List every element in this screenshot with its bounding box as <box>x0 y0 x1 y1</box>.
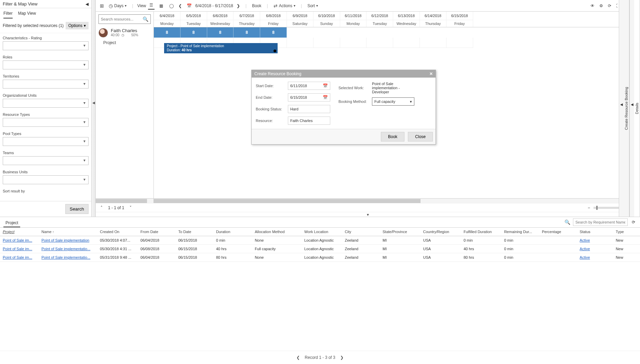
details-rail[interactable]: Details <box>634 0 640 217</box>
resource-row[interactable]: Faith Charles 40:00 ◷ 50% <box>96 27 154 39</box>
territories-select[interactable] <box>3 80 89 89</box>
next-period-button[interactable]: ❯ <box>235 3 241 9</box>
col-percentage[interactable]: Percentage <box>539 228 577 236</box>
hours-cell[interactable] <box>393 27 420 38</box>
collapse-left-icon[interactable]: ◀ <box>85 2 89 6</box>
page-down-icon[interactable]: ˅ <box>128 205 133 211</box>
col-status[interactable]: Status <box>577 228 613 236</box>
tab-filter[interactable]: Filter <box>3 11 13 18</box>
business-units-select[interactable] <box>3 175 89 184</box>
refresh-icon[interactable]: ⟳ <box>606 3 613 9</box>
search-icon[interactable]: 🔍 <box>564 219 570 225</box>
eye-icon[interactable]: 👁 <box>589 3 596 9</box>
teams-select[interactable] <box>3 156 89 165</box>
grid-cell[interactable] <box>393 38 420 48</box>
grid-cell[interactable] <box>446 38 473 48</box>
create-booking-rail[interactable]: Create Resource Booking <box>624 0 629 217</box>
gear-icon[interactable]: ⚙ <box>598 3 604 9</box>
resource-search[interactable]: 🔍 <box>98 14 151 24</box>
booking-bar[interactable]: Project - Point of Sale implementation D… <box>164 43 278 53</box>
cell-status[interactable]: Active <box>577 245 613 253</box>
cell-name[interactable]: Point of Sale implementation <box>39 236 97 245</box>
end-date-input[interactable]: 6/15/2018 📅 <box>288 93 330 102</box>
cell-name[interactable]: Point of Sale implementatio... <box>39 245 97 253</box>
time-scale-button[interactable]: ◷ Days ▾ <box>107 2 128 9</box>
hours-cell[interactable] <box>366 27 393 38</box>
resource-search-input[interactable] <box>101 17 142 21</box>
sort-button[interactable]: Sort ▾ <box>306 3 319 9</box>
grid-cell[interactable] <box>420 38 446 48</box>
cell-status[interactable]: Active <box>577 253 613 262</box>
view-grid-icon[interactable]: ▦ <box>158 2 164 10</box>
cell-status[interactable]: Active <box>577 236 613 245</box>
col-project[interactable]: Project <box>0 228 39 236</box>
calendar-icon[interactable]: 📅 <box>185 3 193 9</box>
options-button[interactable]: Options ▾ <box>66 22 89 29</box>
col-duration[interactable]: Duration <box>213 228 252 236</box>
right-splitter-2[interactable]: ◀ <box>629 0 634 217</box>
hours-cell[interactable]: 8 <box>260 27 287 38</box>
grid-cell[interactable] <box>314 38 340 48</box>
table-row[interactable]: Point of Sale im...Point of Sale impleme… <box>0 245 640 253</box>
search-button[interactable]: Search <box>65 204 89 214</box>
search-icon[interactable]: 🔍 <box>143 16 148 22</box>
grid-cell[interactable] <box>366 38 393 48</box>
book-button[interactable]: Book <box>381 132 404 141</box>
grid-next-icon[interactable]: ❯ <box>339 354 345 361</box>
toolbar-book-button[interactable]: Book <box>251 3 263 9</box>
cell-name[interactable]: Point of Sale implementatio... <box>39 253 97 262</box>
col-state[interactable]: State/Province <box>380 228 420 236</box>
col-fulfilled[interactable]: Fulfilled Duration <box>461 228 501 236</box>
resource-types-select[interactable] <box>3 118 89 127</box>
actions-button[interactable]: ⇄ Actions ▾ <box>272 2 297 9</box>
page-up-icon[interactable]: ˄ <box>99 205 104 211</box>
col-created-on[interactable]: Created On <box>97 228 137 236</box>
hours-cell[interactable]: 8 <box>181 27 207 38</box>
prev-period-button[interactable]: ❮ <box>177 3 183 9</box>
col-from-date[interactable]: From Date <box>138 228 176 236</box>
grid-prev-icon[interactable]: ❮ <box>295 354 301 361</box>
expand-rows-icon[interactable]: ⊞ <box>98 2 105 9</box>
cell-project[interactable]: Point of Sale im... <box>0 253 39 262</box>
grid-cell[interactable] <box>287 38 314 48</box>
hours-cell[interactable] <box>446 27 473 38</box>
table-row[interactable]: Point of Sale im...Point of Sale impleme… <box>0 236 640 245</box>
hours-cell[interactable] <box>340 27 367 38</box>
col-to-date[interactable]: To Date <box>175 228 213 236</box>
hours-cell[interactable] <box>287 27 314 38</box>
calendar-icon[interactable]: 📅 <box>323 95 328 100</box>
refresh-icon[interactable]: ⟳ <box>630 219 637 225</box>
hours-cell[interactable]: 8 <box>207 27 234 38</box>
splitter-left[interactable]: ◀ <box>92 0 96 217</box>
col-work-location[interactable]: Work Location <box>302 228 342 236</box>
collapse-panel-icon[interactable]: ▾ <box>96 212 640 217</box>
close-button[interactable]: Close <box>408 132 433 141</box>
view-list-icon[interactable]: ☰ <box>148 2 155 10</box>
left-scroll-thumb[interactable] <box>96 199 147 203</box>
zoom-out-icon[interactable]: − <box>586 205 591 211</box>
cell-project[interactable]: Point of Sale im... <box>0 236 39 245</box>
calendar-icon[interactable]: 📅 <box>323 83 328 88</box>
pool-types-select[interactable] <box>3 137 89 146</box>
hours-cell[interactable] <box>314 27 340 38</box>
grid-cell[interactable] <box>340 38 367 48</box>
resource-input[interactable]: Faith Charles <box>288 117 330 125</box>
roles-select[interactable] <box>3 60 89 69</box>
booking-method-select[interactable]: Full capacity ▾ <box>372 97 414 106</box>
col-type[interactable]: Type <box>613 228 640 236</box>
close-icon[interactable]: ✕ <box>429 71 433 76</box>
hours-cell[interactable]: 8 <box>154 27 181 38</box>
col-allocation[interactable]: Allocation Method <box>252 228 302 236</box>
col-remaining[interactable]: Remaining Dur... <box>501 228 539 236</box>
right-scroll-thumb[interactable] <box>154 199 421 203</box>
tab-project[interactable]: Project <box>3 219 20 227</box>
view-globe-icon[interactable]: ◯ <box>168 2 175 10</box>
characteristics-select[interactable] <box>3 41 89 50</box>
hours-cell[interactable] <box>420 27 446 38</box>
booking-handle-icon[interactable] <box>274 50 276 52</box>
org-units-select[interactable] <box>3 99 89 108</box>
hours-cell[interactable]: 8 <box>234 27 260 38</box>
start-date-input[interactable]: 6/11/2018 📅 <box>288 82 330 90</box>
requirement-search-input[interactable] <box>573 218 628 226</box>
col-country[interactable]: Country/Region <box>420 228 461 236</box>
